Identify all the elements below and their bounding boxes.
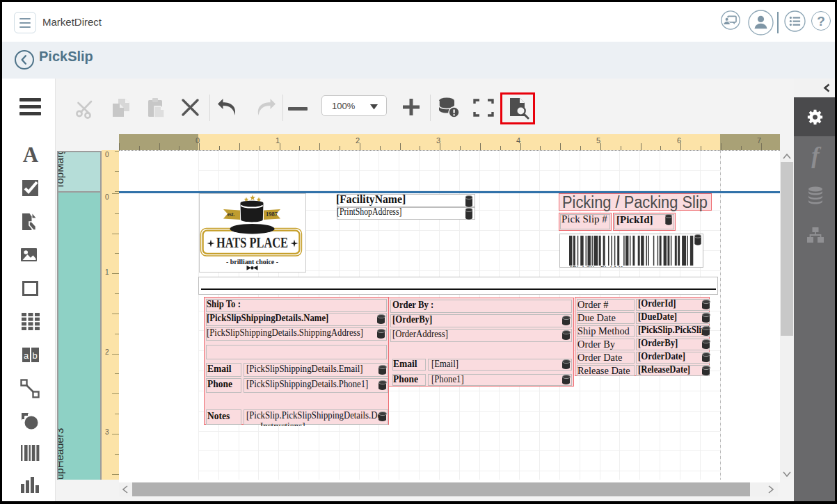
svg-text:1987: 1987 <box>266 211 278 218</box>
svg-text:HATS PLACE: HATS PLACE <box>216 234 288 251</box>
svg-text:- brilliant choice -: - brilliant choice - <box>226 258 278 266</box>
svg-text:est.: est. <box>228 211 235 218</box>
